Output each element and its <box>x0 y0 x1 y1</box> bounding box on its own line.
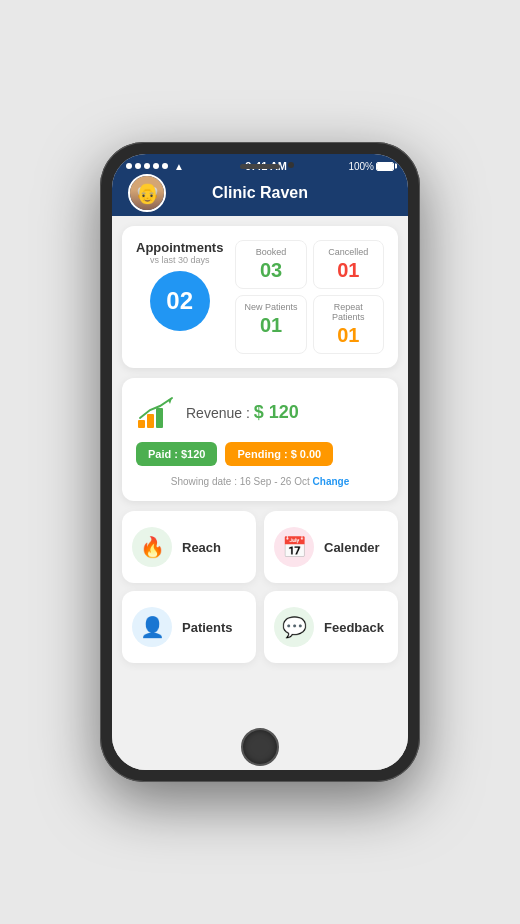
cancelled-cell: Cancelled 01 <box>313 240 384 289</box>
paid-button[interactable]: Paid : $120 <box>136 442 217 466</box>
menu-grid: 🔥 Reach 📅 Calender 👤 Patients <box>122 511 398 663</box>
repeat-patients-value: 01 <box>337 324 359 346</box>
wifi-icon: ▲ <box>174 161 184 172</box>
avatar-image: 👴 <box>130 176 164 210</box>
battery-percent: 100% <box>348 161 374 172</box>
booked-value: 03 <box>260 259 282 281</box>
appointments-label: Appointments <box>136 240 223 255</box>
battery-fill <box>377 163 393 170</box>
chart-svg <box>136 392 176 432</box>
main-count-badge: 02 <box>150 271 210 331</box>
cancelled-label: Cancelled <box>322 247 375 257</box>
pending-button[interactable]: Pending : $ 0.00 <box>225 442 333 466</box>
menu-item-calendar[interactable]: 📅 Calender <box>264 511 398 583</box>
revenue-chart-icon <box>136 392 176 432</box>
booked-label: Booked <box>244 247 297 257</box>
calendar-icon-wrap: 📅 <box>274 527 314 567</box>
reach-label: Reach <box>182 540 221 555</box>
menu-item-reach[interactable]: 🔥 Reach <box>122 511 256 583</box>
phone-screen: ▲ 9:41 AM 100% 👴 Clinic Raven <box>112 154 408 770</box>
dot-2 <box>135 163 141 169</box>
signal-dots: ▲ <box>126 161 184 172</box>
booked-cell: Booked 03 <box>235 240 306 289</box>
change-date-button[interactable]: Change <box>313 476 350 487</box>
reach-icon: 🔥 <box>140 535 165 559</box>
appointments-card: Appointments vs last 30 days 02 Booked 0… <box>122 226 398 368</box>
speaker <box>240 164 280 169</box>
dot-4 <box>153 163 159 169</box>
revenue-amount: $ 120 <box>254 402 299 422</box>
revenue-card: Revenue : $ 120 Paid : $120 Pending : $ … <box>122 378 398 501</box>
calendar-icon: 📅 <box>282 535 307 559</box>
patients-label: Patients <box>182 620 233 635</box>
app-header: 👴 Clinic Raven <box>112 176 408 216</box>
avatar: 👴 <box>128 174 166 212</box>
appointments-top: Appointments vs last 30 days 02 Booked 0… <box>136 240 384 354</box>
repeat-patients-cell: Repeat Patients 01 <box>313 295 384 354</box>
new-patients-label: New Patients <box>244 302 297 312</box>
svg-rect-2 <box>156 408 163 428</box>
phone-frame: ▲ 9:41 AM 100% 👴 Clinic Raven <box>100 142 420 782</box>
cancelled-value: 01 <box>337 259 359 281</box>
camera <box>288 162 294 168</box>
main-count-value: 02 <box>166 287 193 315</box>
revenue-buttons: Paid : $120 Pending : $ 0.00 <box>136 442 384 466</box>
revenue-top: Revenue : $ 120 <box>136 392 384 432</box>
appointments-sublabel: vs last 30 days <box>150 255 210 265</box>
date-info: Showing date : 16 Sep - 26 Oct Change <box>136 476 384 487</box>
clinic-title: Clinic Raven <box>212 184 308 202</box>
feedback-icon: 💬 <box>282 615 307 639</box>
date-range-text: Showing date : 16 Sep - 26 Oct <box>171 476 310 487</box>
new-patients-cell: New Patients 01 <box>235 295 306 354</box>
feedback-icon-wrap: 💬 <box>274 607 314 647</box>
menu-item-patients[interactable]: 👤 Patients <box>122 591 256 663</box>
appt-left: Appointments vs last 30 days 02 <box>136 240 223 331</box>
menu-item-feedback[interactable]: 💬 Feedback <box>264 591 398 663</box>
new-patients-value: 01 <box>260 314 282 336</box>
main-content: Appointments vs last 30 days 02 Booked 0… <box>112 216 408 770</box>
patients-icon-wrap: 👤 <box>132 607 172 647</box>
svg-rect-0 <box>138 420 145 428</box>
battery-icon <box>376 162 394 171</box>
reach-icon-wrap: 🔥 <box>132 527 172 567</box>
repeat-patients-label: Repeat Patients <box>322 302 375 322</box>
appointments-grid: Booked 03 Cancelled 01 New Patients 01 <box>235 240 384 354</box>
dot-5 <box>162 163 168 169</box>
dot-3 <box>144 163 150 169</box>
battery-indicator: 100% <box>348 161 394 172</box>
svg-rect-1 <box>147 414 154 428</box>
dot-1 <box>126 163 132 169</box>
revenue-label: Revenue : <box>186 405 254 421</box>
feedback-label: Feedback <box>324 620 384 635</box>
home-button[interactable] <box>241 728 279 766</box>
revenue-text-block: Revenue : $ 120 <box>186 402 299 423</box>
calendar-label: Calender <box>324 540 380 555</box>
patients-icon: 👤 <box>140 615 165 639</box>
